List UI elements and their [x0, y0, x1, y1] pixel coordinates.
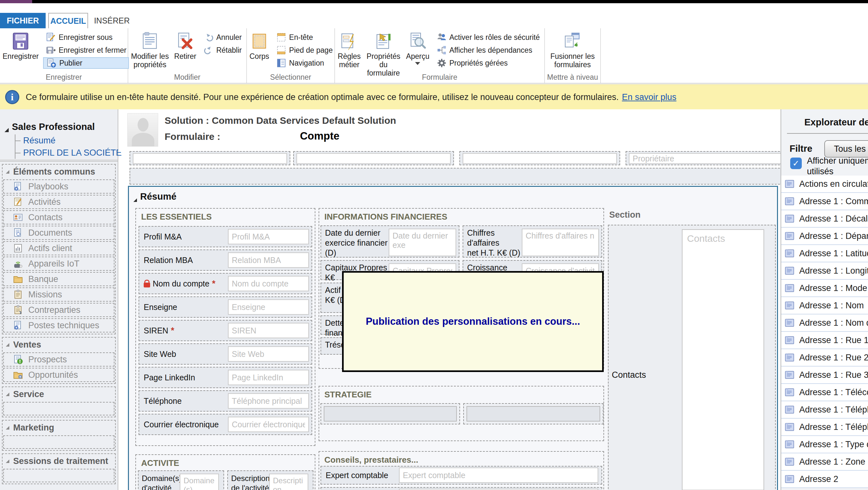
- sidebar-item-contacts[interactable]: Contacts: [3, 210, 115, 224]
- field-input[interactable]: [228, 370, 309, 385]
- field-explorer-item[interactable]: Adresse 1 : Rue 3: [781, 367, 868, 384]
- field-row-relation-mba[interactable]: Relation MBA: [138, 249, 312, 271]
- tab-accueil[interactable]: ACCUEIL: [48, 13, 88, 28]
- field-row-expert-comptable[interactable]: Expert comptable: [320, 466, 602, 485]
- field-row-profil-m-a[interactable]: Profil M&A: [138, 226, 312, 247]
- field-explorer-item[interactable]: Adresse 1 : Décalage U: [781, 210, 868, 227]
- owner-input[interactable]: [629, 153, 783, 164]
- form-header-empty-section[interactable]: [129, 168, 786, 185]
- remove-button[interactable]: Retirer: [172, 30, 199, 73]
- form-properties-button[interactable]: Propriétés du formulaire: [364, 30, 403, 73]
- field-input[interactable]: [228, 323, 309, 338]
- field-input[interactable]: [522, 228, 599, 256]
- field-explorer-item[interactable]: Adresse 1 : Rue 1: [781, 332, 868, 349]
- section-conseils-prestataires[interactable]: Conseils, prestataires... Expert comptab…: [318, 451, 604, 490]
- field-input[interactable]: [228, 299, 309, 315]
- sidebar-item-opportunit-s[interactable]: Opportunités: [3, 368, 115, 382]
- header-field-cell[interactable]: [626, 151, 786, 165]
- header-field-cell[interactable]: [459, 151, 620, 165]
- field-input[interactable]: [389, 228, 456, 256]
- field-explorer-item[interactable]: Adresse 2: [781, 471, 868, 488]
- merge-forms-button[interactable]: Fusionner les formulaires: [546, 30, 599, 73]
- sidebar-item-missions[interactable]: Missions: [3, 287, 115, 302]
- tab-inserer[interactable]: INSÉRER: [93, 13, 131, 28]
- save-as-button[interactable]: Enregistrer sous: [43, 31, 129, 43]
- field-input[interactable]: [228, 252, 309, 268]
- field-input[interactable]: [180, 473, 219, 490]
- field-explorer-item[interactable]: Adresse 1 : Télécopie: [781, 384, 868, 401]
- sidebar-item-actifs-client[interactable]: Actifs client: [3, 241, 115, 255]
- show-dependencies-button[interactable]: Afficher les dépendances: [434, 44, 542, 56]
- field-explorer-item[interactable]: Adresse 1 : Rue 2: [781, 349, 868, 367]
- sidebar-item-playbooks[interactable]: Playbooks: [3, 179, 115, 193]
- preview-button[interactable]: Aperçu: [403, 30, 432, 73]
- field-input[interactable]: [228, 393, 309, 409]
- field-row-cac[interactable]: CAC: [320, 487, 602, 490]
- section-strategie[interactable]: STRATEGIE: [318, 386, 604, 441]
- resume-tab-header[interactable]: Résumé: [133, 191, 177, 202]
- field-explorer-item[interactable]: Adresse 1 : Téléphone: [781, 401, 868, 419]
- strategy-empty-field[interactable]: [320, 403, 460, 424]
- field-explorer-item[interactable]: Adresse 1 : Départeme: [781, 227, 868, 245]
- publish-button[interactable]: Publier: [43, 57, 129, 69]
- header-button[interactable]: En-tête: [274, 31, 335, 43]
- field-input[interactable]: [228, 346, 309, 362]
- field-explorer-item[interactable]: Adresse 1 : Longitude: [781, 263, 868, 280]
- sidebar-group-header[interactable]: Ventes: [3, 338, 115, 351]
- field-cell[interactable]: Domaine(s)d'activité(O): [138, 470, 224, 490]
- edit-properties-button[interactable]: Modifier les propriétés: [128, 30, 172, 73]
- field-explorer-item[interactable]: Adresse 1 : Latitude: [781, 245, 868, 263]
- field-explorer-item[interactable]: Adresse 1 : Type d'adre: [781, 436, 868, 453]
- body-button[interactable]: Corps: [247, 30, 272, 73]
- managed-properties-button[interactable]: Propriétés gérées: [434, 57, 542, 69]
- field-row-nom-du-compte[interactable]: Nom du compte*: [138, 273, 312, 294]
- navigation-button[interactable]: Navigation: [274, 57, 335, 69]
- field-cell[interactable]: Chiffres d'affairesnet H.T. K€ (D): [463, 225, 602, 257]
- field-row-courrier-lectronique[interactable]: Courrier électronique: [138, 414, 312, 435]
- redo-button[interactable]: Rétablir: [201, 44, 244, 56]
- footer-button[interactable]: Pied de page: [274, 44, 335, 56]
- show-only-used-checkbox[interactable]: ✓: [790, 157, 802, 169]
- field-explorer-item[interactable]: Adresse 1 : Mode de liv: [781, 280, 868, 297]
- sidebar-link-resume[interactable]: Résumé: [16, 134, 122, 147]
- enable-security-roles-button[interactable]: Activer les rôles de sécurité: [434, 31, 542, 43]
- field-input[interactable]: [269, 473, 308, 490]
- field-explorer-item[interactable]: Adresse 1 : Nom: [781, 297, 868, 314]
- undo-button[interactable]: Annuler: [201, 31, 244, 43]
- field-input[interactable]: [228, 417, 309, 432]
- field-cell[interactable]: Date du dernierexercice financier(D): [320, 225, 459, 257]
- strategy-empty-field[interactable]: [463, 403, 603, 424]
- field-explorer-item[interactable]: Adresse 1 : Zone UPS: [781, 453, 868, 471]
- sidebar-item-postes-techniques[interactable]: Postes techniques: [3, 318, 115, 333]
- field-input[interactable]: [399, 489, 598, 490]
- sidebar-group-header[interactable]: Service: [3, 388, 115, 401]
- header-input[interactable]: [133, 153, 287, 164]
- field-input[interactable]: [399, 467, 598, 483]
- section-activite[interactable]: ACTIVITE Domaine(s)d'activité(O)Descript…: [135, 454, 315, 490]
- header-field-cell[interactable]: [129, 151, 290, 165]
- header-input[interactable]: [463, 153, 617, 164]
- field-row-page-linkedin[interactable]: Page LinkedIn: [138, 367, 312, 388]
- section-les-essentiels[interactable]: LES ESSENTIELS Profil M&ARelation MBANom…: [135, 208, 315, 446]
- sidebar-item-prospects[interactable]: Prospects: [3, 353, 115, 367]
- sidebar-item-documents[interactable]: Documents: [3, 226, 115, 240]
- sidebar-item-banque[interactable]: Banque: [3, 272, 115, 286]
- field-row-siren[interactable]: SIREN*: [138, 320, 312, 341]
- field-input[interactable]: [228, 229, 309, 244]
- save-button[interactable]: Enregistrer: [0, 30, 41, 73]
- field-cell[interactable]: Descriptionde l'activité(D): [227, 470, 313, 490]
- field-explorer-item[interactable]: Actions en circulation: [781, 176, 868, 193]
- contacts-subgrid[interactable]: Contacts: [682, 229, 764, 490]
- section-contacts[interactable]: Contacts Contacts: [608, 225, 776, 490]
- sidebar-item-appareils-iot[interactable]: Appareils IoT: [3, 256, 115, 271]
- sidebar-group-header[interactable]: Sessions de traitement: [3, 455, 115, 467]
- field-explorer-item[interactable]: Adresse 1 : Commune: [781, 193, 868, 210]
- field-row-site-web[interactable]: Site Web: [138, 343, 312, 365]
- collapse-triangle-icon[interactable]: [4, 128, 9, 132]
- header-field-cell[interactable]: [293, 151, 454, 165]
- business-rules-button[interactable]: Règles métier: [335, 30, 364, 73]
- sidebar-group-header[interactable]: Éléments communs: [3, 165, 115, 178]
- field-explorer-item[interactable]: Adresse 1 : Nom du co: [781, 314, 868, 332]
- save-and-close-button[interactable]: Enregistrer et fermer: [43, 44, 129, 56]
- filter-dropdown[interactable]: Tous les cha: [824, 140, 868, 157]
